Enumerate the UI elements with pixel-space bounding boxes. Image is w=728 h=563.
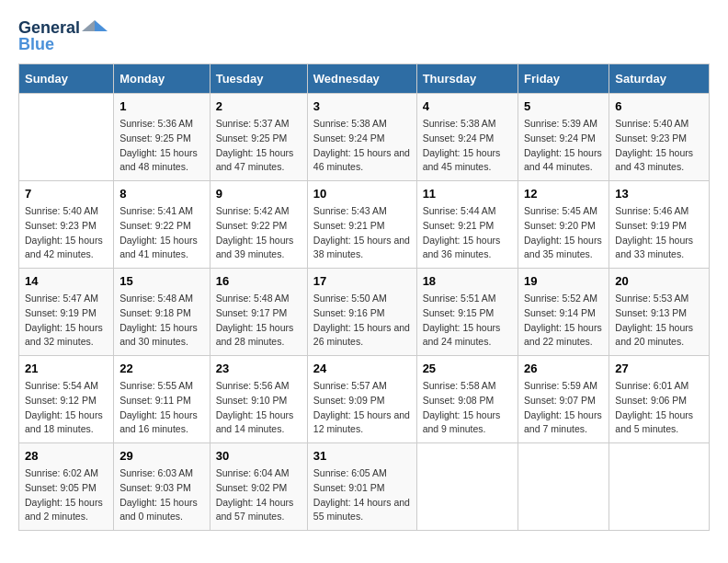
- cell-info: Sunrise: 5:48 AMSunset: 9:17 PMDaylight:…: [216, 292, 301, 350]
- calendar-cell: 7Sunrise: 5:40 AMSunset: 9:23 PMDaylight…: [19, 181, 114, 269]
- calendar-cell: 29Sunrise: 6:03 AMSunset: 9:03 PMDayligh…: [114, 443, 210, 531]
- calendar-cell: 4Sunrise: 5:38 AMSunset: 9:24 PMDaylight…: [416, 94, 518, 181]
- calendar-cell: 15Sunrise: 5:48 AMSunset: 9:18 PMDayligh…: [114, 269, 210, 356]
- cell-info: Sunrise: 5:42 AMSunset: 9:22 PMDaylight:…: [216, 204, 301, 262]
- day-number: 12: [524, 187, 603, 201]
- calendar-cell: 9Sunrise: 5:42 AMSunset: 9:22 PMDaylight…: [210, 181, 307, 269]
- calendar-table: SundayMondayTuesdayWednesdayThursdayFrid…: [18, 63, 710, 531]
- calendar-cell: 10Sunrise: 5:43 AMSunset: 9:21 PMDayligh…: [307, 181, 416, 269]
- logo: General Blue: [18, 18, 108, 54]
- logo-blue-text: Blue: [18, 35, 54, 54]
- cell-info: Sunrise: 6:05 AMSunset: 9:01 PMDaylight:…: [313, 466, 411, 524]
- cell-info: Sunrise: 6:01 AMSunset: 9:06 PMDaylight:…: [615, 379, 703, 437]
- day-number: 21: [25, 362, 108, 375]
- calendar-cell: 12Sunrise: 5:45 AMSunset: 9:20 PMDayligh…: [518, 181, 609, 269]
- cell-info: Sunrise: 5:47 AMSunset: 9:19 PMDaylight:…: [25, 292, 108, 350]
- calendar-cell: 28Sunrise: 6:02 AMSunset: 9:05 PMDayligh…: [19, 443, 114, 531]
- calendar-cell: 16Sunrise: 5:48 AMSunset: 9:17 PMDayligh…: [210, 269, 307, 356]
- cell-info: Sunrise: 5:53 AMSunset: 9:13 PMDaylight:…: [615, 292, 703, 350]
- day-number: 6: [615, 99, 703, 113]
- calendar-cell: [609, 443, 710, 531]
- day-number: 5: [524, 99, 603, 113]
- calendar-week-row: 7Sunrise: 5:40 AMSunset: 9:23 PMDaylight…: [19, 181, 710, 269]
- day-number: 14: [25, 274, 108, 288]
- cell-info: Sunrise: 5:41 AMSunset: 9:22 PMDaylight:…: [119, 204, 204, 262]
- calendar-cell: 31Sunrise: 6:05 AMSunset: 9:01 PMDayligh…: [307, 443, 416, 531]
- day-number: 26: [524, 362, 603, 375]
- calendar-cell: 3Sunrise: 5:38 AMSunset: 9:24 PMDaylight…: [307, 94, 416, 181]
- day-number: 30: [216, 449, 301, 463]
- day-number: 16: [216, 274, 301, 288]
- calendar-cell: 21Sunrise: 5:54 AMSunset: 9:12 PMDayligh…: [19, 356, 114, 443]
- cell-info: Sunrise: 5:37 AMSunset: 9:25 PMDaylight:…: [216, 117, 301, 175]
- day-number: 22: [119, 362, 204, 375]
- calendar-cell: 25Sunrise: 5:58 AMSunset: 9:08 PMDayligh…: [416, 356, 518, 443]
- calendar-cell: [416, 443, 518, 531]
- day-number: 25: [423, 362, 512, 375]
- calendar-cell: 30Sunrise: 6:04 AMSunset: 9:02 PMDayligh…: [210, 443, 307, 531]
- calendar-cell: 14Sunrise: 5:47 AMSunset: 9:19 PMDayligh…: [19, 269, 114, 356]
- day-number: 1: [119, 99, 204, 113]
- calendar-cell: 2Sunrise: 5:37 AMSunset: 9:25 PMDaylight…: [210, 94, 307, 181]
- calendar-week-row: 21Sunrise: 5:54 AMSunset: 9:12 PMDayligh…: [19, 356, 710, 443]
- day-number: 27: [615, 362, 703, 375]
- day-number: 29: [119, 449, 204, 463]
- cell-info: Sunrise: 6:04 AMSunset: 9:02 PMDaylight:…: [216, 466, 301, 524]
- cell-info: Sunrise: 5:56 AMSunset: 9:10 PMDaylight:…: [216, 379, 301, 437]
- day-number: 19: [524, 274, 603, 288]
- header-sunday: Sunday: [19, 64, 114, 94]
- cell-info: Sunrise: 5:50 AMSunset: 9:16 PMDaylight:…: [313, 292, 411, 350]
- calendar-cell: 20Sunrise: 5:53 AMSunset: 9:13 PMDayligh…: [609, 269, 710, 356]
- header-wednesday: Wednesday: [307, 64, 416, 94]
- day-number: 3: [313, 99, 411, 113]
- cell-info: Sunrise: 6:03 AMSunset: 9:03 PMDaylight:…: [119, 466, 204, 524]
- cell-info: Sunrise: 5:43 AMSunset: 9:21 PMDaylight:…: [313, 204, 411, 262]
- calendar-cell: 22Sunrise: 5:55 AMSunset: 9:11 PMDayligh…: [114, 356, 210, 443]
- cell-info: Sunrise: 5:51 AMSunset: 9:15 PMDaylight:…: [423, 292, 512, 350]
- cell-info: Sunrise: 5:48 AMSunset: 9:18 PMDaylight:…: [119, 292, 204, 350]
- day-number: 2: [216, 99, 301, 113]
- cell-info: Sunrise: 5:44 AMSunset: 9:21 PMDaylight:…: [423, 204, 512, 262]
- day-number: 9: [216, 187, 301, 201]
- calendar-cell: 24Sunrise: 5:57 AMSunset: 9:09 PMDayligh…: [307, 356, 416, 443]
- header-tuesday: Tuesday: [210, 64, 307, 94]
- calendar-cell: [19, 94, 114, 181]
- calendar-cell: 27Sunrise: 6:01 AMSunset: 9:06 PMDayligh…: [609, 356, 710, 443]
- calendar-cell: 23Sunrise: 5:56 AMSunset: 9:10 PMDayligh…: [210, 356, 307, 443]
- header-saturday: Saturday: [609, 64, 710, 94]
- calendar-header-row: SundayMondayTuesdayWednesdayThursdayFrid…: [19, 64, 710, 94]
- calendar-cell: 8Sunrise: 5:41 AMSunset: 9:22 PMDaylight…: [114, 181, 210, 269]
- cell-info: Sunrise: 5:45 AMSunset: 9:20 PMDaylight:…: [524, 204, 603, 262]
- cell-info: Sunrise: 5:55 AMSunset: 9:11 PMDaylight:…: [119, 379, 204, 437]
- day-number: 18: [423, 274, 512, 288]
- cell-info: Sunrise: 5:59 AMSunset: 9:07 PMDaylight:…: [524, 379, 603, 437]
- day-number: 28: [25, 449, 108, 463]
- day-number: 31: [313, 449, 411, 463]
- cell-info: Sunrise: 5:57 AMSunset: 9:09 PMDaylight:…: [313, 379, 411, 437]
- cell-info: Sunrise: 5:46 AMSunset: 9:19 PMDaylight:…: [615, 204, 703, 262]
- cell-info: Sunrise: 5:52 AMSunset: 9:14 PMDaylight:…: [524, 292, 603, 350]
- calendar-cell: 11Sunrise: 5:44 AMSunset: 9:21 PMDayligh…: [416, 181, 518, 269]
- day-number: 7: [25, 187, 108, 201]
- header-friday: Friday: [518, 64, 609, 94]
- svg-marker-0: [95, 20, 108, 31]
- day-number: 11: [423, 187, 512, 201]
- cell-info: Sunrise: 6:02 AMSunset: 9:05 PMDaylight:…: [25, 466, 108, 524]
- cell-info: Sunrise: 5:54 AMSunset: 9:12 PMDaylight:…: [25, 379, 108, 437]
- day-number: 15: [119, 274, 204, 288]
- calendar-cell: 5Sunrise: 5:39 AMSunset: 9:24 PMDaylight…: [518, 94, 609, 181]
- svg-marker-1: [82, 20, 95, 31]
- calendar-week-row: 14Sunrise: 5:47 AMSunset: 9:19 PMDayligh…: [19, 269, 710, 356]
- calendar-cell: 26Sunrise: 5:59 AMSunset: 9:07 PMDayligh…: [518, 356, 609, 443]
- cell-info: Sunrise: 5:36 AMSunset: 9:25 PMDaylight:…: [119, 117, 204, 175]
- day-number: 8: [119, 187, 204, 201]
- day-number: 17: [313, 274, 411, 288]
- calendar-cell: 6Sunrise: 5:40 AMSunset: 9:23 PMDaylight…: [609, 94, 710, 181]
- cell-info: Sunrise: 5:40 AMSunset: 9:23 PMDaylight:…: [615, 117, 703, 175]
- cell-info: Sunrise: 5:38 AMSunset: 9:24 PMDaylight:…: [313, 117, 411, 175]
- cell-info: Sunrise: 5:39 AMSunset: 9:24 PMDaylight:…: [524, 117, 603, 175]
- calendar-cell: 17Sunrise: 5:50 AMSunset: 9:16 PMDayligh…: [307, 269, 416, 356]
- header-thursday: Thursday: [416, 64, 518, 94]
- day-number: 24: [313, 362, 411, 375]
- calendar-cell: [518, 443, 609, 531]
